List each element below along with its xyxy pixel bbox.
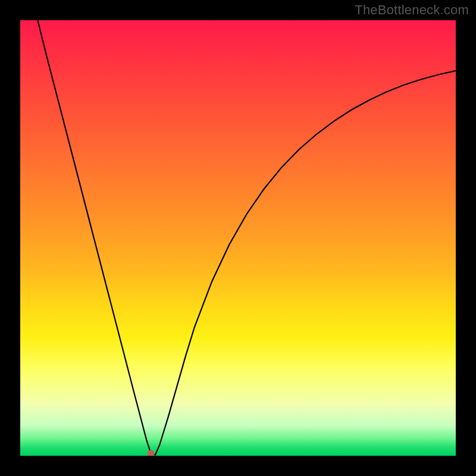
plot-area bbox=[20, 20, 456, 456]
watermark-text: TheBottleneck.com bbox=[355, 2, 469, 18]
bottleneck-curve bbox=[37, 20, 456, 455]
bottleneck-curve-svg bbox=[20, 20, 456, 456]
optimal-point-marker bbox=[148, 450, 155, 456]
